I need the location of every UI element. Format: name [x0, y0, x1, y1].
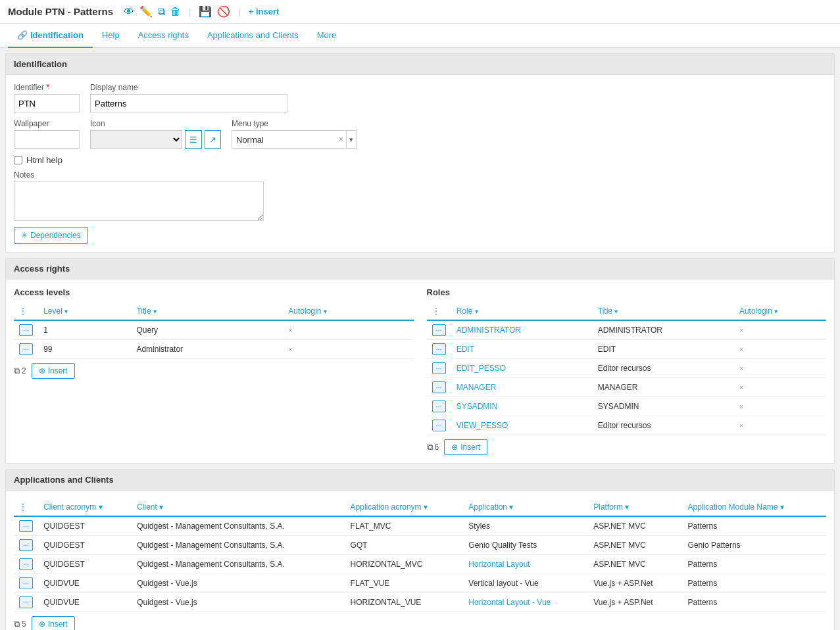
role-link[interactable]: VIEW_PESSO	[457, 421, 508, 430]
row-action-button[interactable]: ···	[19, 343, 33, 355]
drag-handle[interactable]: ···	[427, 378, 451, 397]
levels-col-header[interactable]: Level ▾	[38, 303, 131, 320]
clear-icon[interactable]: ×	[739, 422, 743, 429]
wallpaper-input[interactable]	[14, 130, 80, 149]
platform-cell: Vue.js + ASP.Net	[588, 593, 682, 612]
identifier-label: Identifier *	[14, 83, 80, 92]
tab-access-rights[interactable]: Access rights	[129, 24, 198, 48]
drag-handle[interactable]: ···	[14, 593, 38, 612]
clear-icon[interactable]: ×	[739, 345, 743, 353]
application-cell: Horizontal Layout	[463, 555, 588, 574]
html-help-checkbox[interactable]	[14, 156, 22, 164]
platform-header[interactable]: Platform ▾	[588, 498, 682, 516]
application-cell: Vertical layout - Vue	[463, 574, 588, 593]
tab-more[interactable]: More	[308, 24, 346, 48]
edit-icon[interactable]: ✏️	[139, 5, 153, 18]
module-name-header[interactable]: Application Module Name ▾	[683, 498, 826, 516]
row-action-button[interactable]: ···	[432, 324, 446, 336]
drag-handle[interactable]: ···	[14, 516, 38, 536]
wallpaper-group: Wallpaper	[14, 119, 80, 149]
clear-icon[interactable]: ×	[739, 402, 743, 410]
client-header[interactable]: Client ▾	[132, 498, 345, 516]
role-col-header[interactable]: Role ▾	[451, 303, 593, 320]
row-action-button[interactable]: ···	[19, 520, 33, 532]
role-link[interactable]: SYSADMIN	[457, 402, 498, 411]
row-action-button[interactable]: ···	[19, 596, 33, 608]
row-action-button[interactable]: ···	[432, 362, 446, 374]
clear-icon[interactable]: ×	[288, 345, 292, 353]
menu-type-select[interactable]: Normal × ▾	[232, 130, 357, 149]
menu-type-clear[interactable]: ×	[336, 135, 346, 144]
drag-handle[interactable]: ···	[14, 320, 38, 340]
role-link[interactable]: EDIT	[457, 345, 474, 354]
client-acronym-header[interactable]: Client acronym ▾	[38, 498, 132, 516]
table-row: ··· VIEW_PESSO Editor recursos ×	[427, 416, 827, 435]
role-link[interactable]: EDIT_PESSO	[457, 364, 506, 373]
row-action-button[interactable]: ···	[432, 420, 446, 431]
role-link[interactable]: ADMINISTRATOR	[457, 326, 521, 335]
drag-handle[interactable]: ···	[14, 340, 38, 359]
icon-select[interactable]	[90, 130, 182, 149]
clear-icon[interactable]: ×	[739, 383, 743, 391]
title-col-header[interactable]: Title ▾	[131, 303, 283, 320]
role-link[interactable]: MANAGER	[457, 383, 497, 392]
identifier-input[interactable]	[14, 94, 80, 112]
row-action-button[interactable]: ···	[19, 558, 33, 570]
identifier-group: Identifier *	[14, 83, 80, 112]
clear-icon[interactable]: ×	[739, 364, 743, 372]
dependencies-button[interactable]: ✳ Dependencies	[14, 227, 88, 244]
save-icon[interactable]: 💾	[199, 5, 212, 18]
icon-label: Icon	[90, 119, 221, 128]
module-name-cell: Patterns	[683, 555, 826, 574]
block-icon[interactable]: 🚫	[217, 5, 230, 18]
row-action-button[interactable]: ···	[19, 324, 33, 336]
app-acronym-cell: HORIZONTAL_MVC	[345, 555, 464, 574]
row-action-button[interactable]: ···	[432, 343, 446, 355]
platform-cell: ASP.NET MVC	[588, 516, 682, 536]
levels-insert-button[interactable]: ⊕ Insert	[32, 363, 75, 379]
header-insert-button[interactable]: + Insert	[249, 7, 280, 16]
menu-type-arrow[interactable]: ▾	[346, 131, 356, 148]
drag-handle[interactable]: ···	[14, 574, 38, 593]
tab-help[interactable]: Help	[93, 24, 129, 48]
apps-insert-button[interactable]: ⊕ Insert	[32, 616, 75, 630]
apps-copy-count: ⧉ 5	[14, 619, 26, 629]
role-autologin-col-header[interactable]: Autologin ▾	[734, 303, 826, 320]
view-icon[interactable]: 👁	[124, 6, 134, 18]
application-header[interactable]: Application ▾	[463, 498, 588, 516]
tab-applications-clients[interactable]: Applications and Clients	[198, 24, 308, 48]
drag-handle[interactable]: ···	[427, 359, 451, 378]
icon-list-button[interactable]: ☰	[185, 130, 202, 149]
drag-handle[interactable]: ···	[427, 340, 451, 359]
role-autologin-cell: ×	[734, 340, 826, 359]
platform-cell: ASP.NET MVC	[588, 536, 682, 555]
notes-textarea[interactable]	[14, 182, 264, 221]
display-name-input[interactable]	[90, 94, 287, 112]
roles-insert-button[interactable]: ⊕ Insert	[444, 439, 487, 455]
display-name-group: Display name	[90, 83, 287, 112]
row-action-button[interactable]: ···	[19, 539, 33, 551]
icon-external-button[interactable]: ↗	[205, 130, 221, 149]
clear-icon[interactable]: ×	[288, 326, 292, 334]
autologin-col-header[interactable]: Autologin ▾	[283, 303, 413, 320]
drag-handle[interactable]: ···	[14, 555, 38, 574]
row-action-button[interactable]: ···	[19, 577, 33, 589]
roles-title: Roles	[427, 287, 827, 297]
clear-icon[interactable]: ×	[739, 326, 743, 334]
drag-handle[interactable]: ···	[427, 320, 451, 340]
tab-identification[interactable]: 🔗 Identification	[8, 24, 93, 48]
role-title-col-header[interactable]: Title ▾	[593, 303, 734, 320]
drag-handle[interactable]: ···	[427, 416, 451, 435]
role-cell: MANAGER	[451, 378, 593, 397]
role-cell: EDIT	[451, 340, 593, 359]
row-action-button[interactable]: ···	[432, 400, 446, 412]
copy-icon[interactable]: ⧉	[158, 6, 165, 18]
id-icon: 🔗	[17, 30, 28, 40]
html-help-label[interactable]: Html help	[26, 155, 62, 165]
app-acronym-header[interactable]: Application acronym ▾	[345, 498, 464, 516]
role-autologin-cell: ×	[734, 378, 826, 397]
delete-icon[interactable]: 🗑	[170, 6, 181, 18]
drag-handle[interactable]: ···	[427, 397, 451, 416]
drag-handle[interactable]: ···	[14, 536, 38, 555]
row-action-button[interactable]: ···	[432, 381, 446, 393]
